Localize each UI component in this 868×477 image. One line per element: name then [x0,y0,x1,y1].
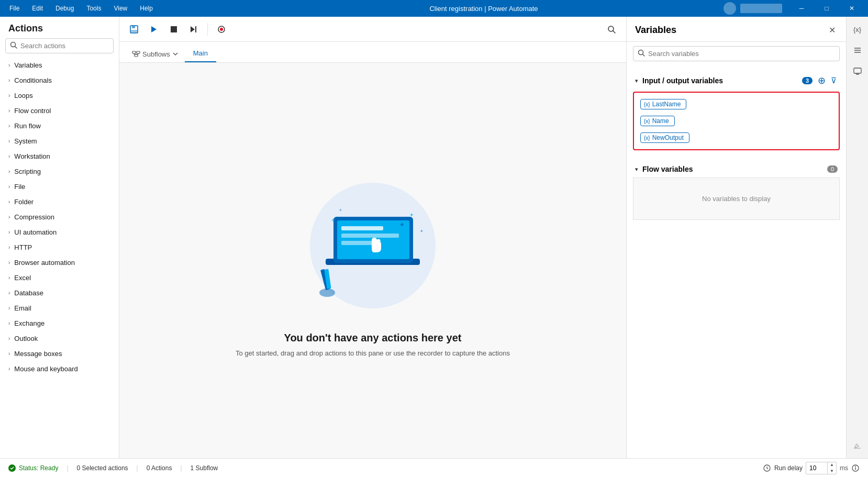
menu-help[interactable]: Help [135,3,158,14]
action-item-message-boxes[interactable]: › Message boxes [0,346,119,361]
canvas-empty-title: You don't have any actions here yet [284,332,462,344]
search-actions-box[interactable] [5,38,114,53]
menu-view[interactable]: View [108,3,132,14]
action-item-database[interactable]: › Database [0,285,119,301]
run-delay-input[interactable] [806,463,827,473]
layers-icon-btn[interactable] [849,42,866,59]
close-variables-button[interactable]: ✕ [827,23,838,37]
center-panel: Subflows Main [119,17,626,458]
chevron-icon: › [8,229,10,235]
info-icon[interactable] [851,464,860,472]
tab-main[interactable]: Main [185,45,216,62]
record-button[interactable] [213,21,230,38]
variable-name: Name [652,117,669,125]
action-item-loops[interactable]: › Loops [0,88,119,103]
svg-text:✦: ✦ [331,217,335,223]
no-variables-text: No variables to display [686,179,786,218]
filter-io-variable-button[interactable]: ⊽ [830,75,838,86]
variable-chip-lastname[interactable]: {x} LastName [640,99,686,109]
status-label: Status: Ready [19,464,58,472]
eraser-icon-btn[interactable] [849,437,866,454]
action-item-scripting[interactable]: › Scripting [0,164,119,179]
run-button[interactable] [146,21,162,38]
action-item-ui-automation[interactable]: › UI automation [0,225,119,240]
spin-down-button[interactable]: ▼ [828,468,836,474]
variables-icon-btn[interactable]: {x} [849,21,866,38]
action-item-exchange[interactable]: › Exchange [0,316,119,331]
action-label: System [14,137,37,145]
svg-text:✦: ✦ [399,220,405,229]
save-button[interactable] [126,21,142,38]
io-variable-row-lastname: {x} LastName [640,99,832,116]
action-item-system[interactable]: › System [0,134,119,149]
actions-panel: Actions › Variables › Conditionals › Loo… [0,17,119,458]
action-label: Run flow [14,122,41,130]
maximize-button[interactable]: □ [815,0,839,17]
action-item-workstation[interactable]: › Workstation [0,149,119,164]
stop-button[interactable] [165,21,182,38]
spin-up-button[interactable]: ▲ [828,462,836,468]
variable-chip-newoutput[interactable]: {x} NewOutput [640,132,689,143]
action-item-outlook[interactable]: › Outlook [0,331,119,346]
statusbar: Status: Ready | 0 Selected actions | 0 A… [0,458,868,477]
search-variables-box[interactable] [633,46,840,61]
svg-marker-5 [151,26,157,32]
action-item-flow-control[interactable]: › Flow control [0,103,119,118]
clock-icon [763,464,771,472]
action-item-conditionals[interactable]: › Conditionals [0,73,119,88]
chevron-icon: › [8,199,10,205]
chevron-icon: › [8,62,10,68]
selected-actions-count: 0 Selected actions [77,464,128,472]
tab-subflows[interactable]: Subflows [126,46,185,62]
empty-state-illustration: ✦ ✦ ✦ ✦ ✦ [294,164,451,321]
variable-chip-name[interactable]: {x} Name [640,116,675,126]
io-variables-section: ▾ Input / output variables 3 ⊕ ⊽ {x} Las… [633,70,840,150]
flow-variables-header[interactable]: ▾ Flow variables 0 [633,161,840,178]
action-label: Excel [14,274,31,282]
chevron-icon: › [8,108,10,114]
search-variables-input[interactable] [648,50,835,58]
action-label: Email [14,304,31,312]
run-delay-input-group[interactable]: ▲ ▼ [806,462,837,474]
add-io-variable-button[interactable]: ⊕ [817,74,827,87]
action-item-mouse-keyboard[interactable]: › Mouse and keyboard [0,361,119,376]
action-item-excel[interactable]: › Excel [0,270,119,285]
search-icon [10,41,17,50]
close-button[interactable]: ✕ [840,0,864,17]
svg-text:✦: ✦ [409,212,414,218]
svg-rect-26 [341,241,373,245]
menu-edit[interactable]: Edit [27,3,48,14]
svg-rect-24 [341,226,383,230]
action-item-compression[interactable]: › Compression [0,209,119,225]
svg-line-36 [643,54,645,57]
flow-variables-section: ▾ Flow variables 0 No variables to displ… [633,161,840,220]
action-item-http[interactable]: › HTTP [0,240,119,255]
image-icon-btn[interactable] [849,63,866,80]
canvas-search-button[interactable] [603,21,620,38]
search-actions-input[interactable] [20,42,109,50]
action-item-variables[interactable]: › Variables [0,58,119,73]
svg-rect-14 [137,51,140,53]
minimize-button[interactable]: ─ [789,0,814,17]
chevron-icon: › [8,351,10,357]
chevron-down-icon: ▾ [635,166,638,173]
action-item-file[interactable]: › File [0,179,119,194]
chevron-icon: › [8,305,10,311]
step-button[interactable] [185,21,202,38]
action-item-run-flow[interactable]: › Run flow [0,118,119,134]
main-layout: Actions › Variables › Conditionals › Loo… [0,17,868,458]
svg-rect-15 [135,54,138,57]
chevron-icon: › [8,290,10,296]
action-label: HTTP [14,243,32,251]
io-variables-header[interactable]: ▾ Input / output variables 3 ⊕ ⊽ [633,70,840,92]
variables-header: Variables ✕ [627,17,846,42]
action-item-folder[interactable]: › Folder [0,194,119,209]
menu-tools[interactable]: Tools [81,3,106,14]
action-label: Mouse and keyboard [14,365,77,373]
menu-file[interactable]: File [4,3,25,14]
action-label: Loops [14,92,32,99]
action-item-browser-automation[interactable]: › Browser automation [0,255,119,270]
menu-debug[interactable]: Debug [50,3,79,14]
svg-rect-4 [131,30,137,32]
action-item-email[interactable]: › Email [0,301,119,316]
